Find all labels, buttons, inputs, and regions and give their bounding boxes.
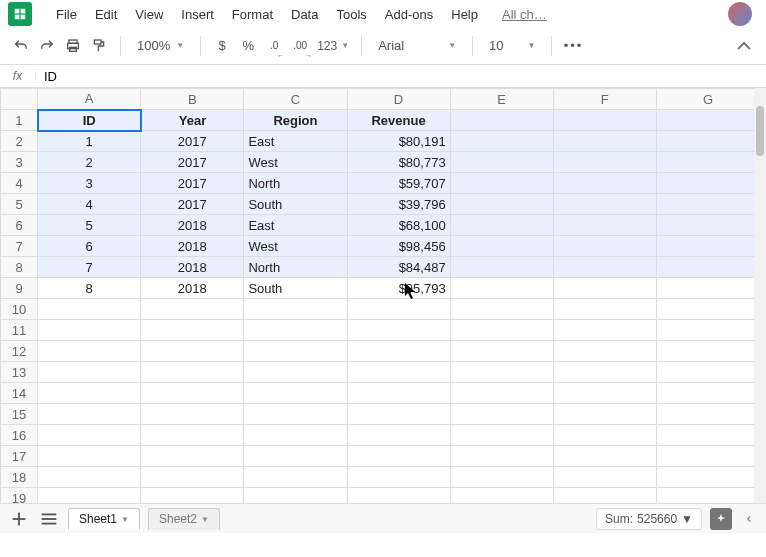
cell-B9[interactable]: 2018 [141, 278, 244, 299]
row-header-3[interactable]: 3 [1, 152, 38, 173]
cell-E3[interactable] [450, 152, 553, 173]
cell-F11[interactable] [553, 320, 656, 341]
cell-A5[interactable]: 4 [38, 194, 141, 215]
cell-D8[interactable]: $84,487 [347, 257, 450, 278]
cell-F16[interactable] [553, 425, 656, 446]
cell-B5[interactable]: 2017 [141, 194, 244, 215]
cell-A8[interactable]: 7 [38, 257, 141, 278]
cell-B11[interactable] [141, 320, 244, 341]
cell-D10[interactable] [347, 299, 450, 320]
cell-C13[interactable] [244, 362, 347, 383]
cell-D7[interactable]: $98,456 [347, 236, 450, 257]
cell-F18[interactable] [553, 467, 656, 488]
cell-B8[interactable]: 2018 [141, 257, 244, 278]
column-header-F[interactable]: F [553, 89, 656, 110]
column-header-D[interactable]: D [347, 89, 450, 110]
row-header-6[interactable]: 6 [1, 215, 38, 236]
paint-format-button[interactable] [88, 34, 110, 58]
cell-C14[interactable] [244, 383, 347, 404]
cell-F14[interactable] [553, 383, 656, 404]
column-header-E[interactable]: E [450, 89, 553, 110]
cell-F12[interactable] [553, 341, 656, 362]
cell-E8[interactable] [450, 257, 553, 278]
row-header-7[interactable]: 7 [1, 236, 38, 257]
cell-G9[interactable] [656, 278, 759, 299]
cell-F4[interactable] [553, 173, 656, 194]
cell-E13[interactable] [450, 362, 553, 383]
cell-F10[interactable] [553, 299, 656, 320]
row-header-8[interactable]: 8 [1, 257, 38, 278]
cell-E11[interactable] [450, 320, 553, 341]
scroll-left-button[interactable] [740, 510, 758, 528]
collapse-toolbar-button[interactable] [732, 34, 756, 58]
cell-G15[interactable] [656, 404, 759, 425]
cell-D13[interactable] [347, 362, 450, 383]
row-header-18[interactable]: 18 [1, 467, 38, 488]
cell-D16[interactable] [347, 425, 450, 446]
decrease-decimal-button[interactable]: .0← [263, 34, 285, 58]
menu-file[interactable]: File [48, 3, 85, 26]
cell-B12[interactable] [141, 341, 244, 362]
cell-A11[interactable] [38, 320, 141, 341]
cell-E7[interactable] [450, 236, 553, 257]
number-format-dropdown[interactable]: 123▼ [315, 39, 351, 53]
cell-F6[interactable] [553, 215, 656, 236]
cell-A18[interactable] [38, 467, 141, 488]
cell-C8[interactable]: North [244, 257, 347, 278]
cell-D17[interactable] [347, 446, 450, 467]
cell-C3[interactable]: West [244, 152, 347, 173]
spreadsheet-grid[interactable]: ABCDEFG1IDYearRegionRevenue212017East$80… [0, 88, 766, 503]
cell-F19[interactable] [553, 488, 656, 504]
cell-A7[interactable]: 6 [38, 236, 141, 257]
cell-E18[interactable] [450, 467, 553, 488]
cell-A14[interactable] [38, 383, 141, 404]
cell-E12[interactable] [450, 341, 553, 362]
cell-G1[interactable] [656, 110, 759, 131]
cell-B15[interactable] [141, 404, 244, 425]
row-header-5[interactable]: 5 [1, 194, 38, 215]
row-header-2[interactable]: 2 [1, 131, 38, 152]
cell-E5[interactable] [450, 194, 553, 215]
quicksum-dropdown[interactable]: Sum: 525660 ▼ [596, 508, 702, 530]
menu-edit[interactable]: Edit [87, 3, 125, 26]
cell-C4[interactable]: North [244, 173, 347, 194]
cell-F2[interactable] [553, 131, 656, 152]
row-header-17[interactable]: 17 [1, 446, 38, 467]
cell-E19[interactable] [450, 488, 553, 504]
cell-C19[interactable] [244, 488, 347, 504]
formula-input[interactable] [36, 67, 766, 86]
cell-D4[interactable]: $59,707 [347, 173, 450, 194]
cell-D3[interactable]: $80,773 [347, 152, 450, 173]
cell-D2[interactable]: $80,191 [347, 131, 450, 152]
cell-C10[interactable] [244, 299, 347, 320]
cell-D12[interactable] [347, 341, 450, 362]
cell-A15[interactable] [38, 404, 141, 425]
account-avatar[interactable] [728, 2, 752, 26]
cell-F15[interactable] [553, 404, 656, 425]
more-toolbar-button[interactable]: ••• [562, 34, 584, 58]
cell-B2[interactable]: 2017 [141, 131, 244, 152]
row-header-12[interactable]: 12 [1, 341, 38, 362]
cell-B7[interactable]: 2018 [141, 236, 244, 257]
cell-G6[interactable] [656, 215, 759, 236]
undo-button[interactable] [10, 34, 32, 58]
cell-B19[interactable] [141, 488, 244, 504]
redo-button[interactable] [36, 34, 58, 58]
cell-D18[interactable] [347, 467, 450, 488]
row-header-13[interactable]: 13 [1, 362, 38, 383]
menu-insert[interactable]: Insert [173, 3, 222, 26]
cell-A13[interactable] [38, 362, 141, 383]
cell-D14[interactable] [347, 383, 450, 404]
cell-A1[interactable]: ID [38, 110, 141, 131]
format-currency-button[interactable]: $ [211, 34, 233, 58]
cell-E1[interactable] [450, 110, 553, 131]
cell-G19[interactable] [656, 488, 759, 504]
cell-F9[interactable] [553, 278, 656, 299]
cell-C6[interactable]: East [244, 215, 347, 236]
cell-A4[interactable]: 3 [38, 173, 141, 194]
cell-G14[interactable] [656, 383, 759, 404]
cell-A10[interactable] [38, 299, 141, 320]
select-all-cell[interactable] [1, 89, 38, 110]
menu-addons[interactable]: Add-ons [377, 3, 441, 26]
cell-A6[interactable]: 5 [38, 215, 141, 236]
